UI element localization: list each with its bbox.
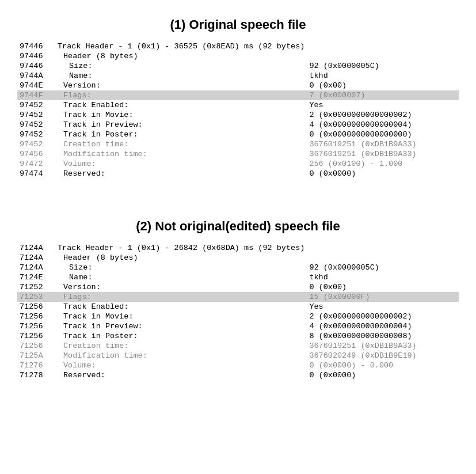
table-row: 97474Reserved:0 (0x0000) [17, 169, 459, 179]
table-row: 9744EVersion:0 (0x00) [17, 81, 459, 90]
value-cell: 2 (0x0000000000000002) [307, 110, 459, 120]
value-cell [307, 243, 459, 253]
label-cell: Size: [58, 61, 307, 71]
value-cell: 0 (0x00) [307, 282, 459, 292]
address-cell: 71256 [17, 321, 58, 331]
label-cell: Track in Preview: [58, 120, 307, 130]
value-cell: 256 (0x0100) - 1.000 [307, 159, 459, 169]
table-row: 97456Modification time:3676019251 (0xDB1… [17, 149, 459, 159]
table-row: 71276Volume:0 (0x0000) - 0.000 [17, 361, 459, 370]
label-cell: Header (8 bytes) [58, 51, 307, 61]
address-cell: 97446 [17, 61, 58, 71]
address-cell: 7124A [17, 243, 58, 253]
label-cell: Creation time: [58, 139, 307, 149]
address-cell: 7125A [17, 351, 58, 361]
value-cell [307, 41, 459, 51]
label-cell: Creation time: [58, 341, 307, 351]
table-row: 71256Track Enabled:Yes [17, 302, 459, 312]
table-row: 97452Track in Poster:0 (0x00000000000000… [17, 130, 459, 139]
label-cell: Reserved: [58, 370, 307, 380]
table-row: 7124AHeader (8 bytes) [17, 253, 459, 263]
value-cell: 0 (0x0000000000000000) [307, 130, 459, 139]
address-cell: 97446 [17, 51, 58, 61]
label-cell: Track in Poster: [58, 331, 307, 341]
address-cell: 97452 [17, 100, 58, 110]
table-row: 97472Volume:256 (0x0100) - 1.000 [17, 159, 459, 169]
address-cell: 7124E [17, 272, 58, 282]
section1-title: (1) Original speech file [17, 17, 459, 32]
table-row: 97446Header (8 bytes) [17, 51, 459, 61]
address-cell: 71256 [17, 302, 58, 312]
value-cell: 3676020249 (0xDB1B9E19) [307, 351, 459, 361]
label-cell: Track Enabled: [58, 302, 307, 312]
table-row: 71256Creation time:3676019251 (0xDB1B9A3… [17, 341, 459, 351]
label-cell: Name: [58, 272, 307, 282]
label-cell: Track Header - 1 (0x1) - 26842 (0x68DA) … [58, 243, 307, 253]
value-cell: 3676019251 (0xDB1B9A33) [307, 139, 459, 149]
table-row: 9744FFlags:7 (0x000007) [17, 90, 459, 100]
table-row: 71256Track in Movie:2 (0x000000000000000… [17, 312, 459, 321]
label-cell: Flags: [58, 292, 307, 302]
value-cell: 3676019251 (0xDB1B9A33) [307, 149, 459, 159]
address-cell: 97474 [17, 169, 58, 179]
address-cell: 71256 [17, 341, 58, 351]
table-row: 7124EName:tkhd [17, 272, 459, 282]
table-row: 97452Track Enabled:Yes [17, 100, 459, 110]
label-cell: Track in Poster: [58, 130, 307, 139]
value-cell: 3676019251 (0xDB1B9A33) [307, 341, 459, 351]
value-cell: 0 (0x00) [307, 81, 459, 90]
table-row: 7124ASize:92 (0x0000005C) [17, 263, 459, 272]
address-cell: 97452 [17, 120, 58, 130]
table-row: 97446Size:92 (0x0000005C) [17, 61, 459, 71]
address-cell: 97452 [17, 110, 58, 120]
table-row: 71252Version:0 (0x00) [17, 282, 459, 292]
label-cell: Modification time: [58, 149, 307, 159]
address-cell: 9744E [17, 81, 58, 90]
value-cell: 0 (0x0000) - 0.000 [307, 361, 459, 370]
value-cell: Yes [307, 302, 459, 312]
value-cell: 0 (0x0000) [307, 169, 459, 179]
value-cell: 4 (0x0000000000000004) [307, 120, 459, 130]
value-cell: 4 (0x0000000000000004) [307, 321, 459, 331]
table-row: 97452Track in Movie:2 (0x000000000000000… [17, 110, 459, 120]
table-row: 71278Reserved:0 (0x0000) [17, 370, 459, 380]
table-row: 9744AName:tkhd [17, 71, 459, 81]
value-cell: 92 (0x0000005C) [307, 61, 459, 71]
address-cell: 9744F [17, 90, 58, 100]
address-cell: 97452 [17, 139, 58, 149]
section2-table: 7124ATrack Header - 1 (0x1) - 26842 (0x6… [17, 243, 459, 380]
address-cell: 71252 [17, 282, 58, 292]
label-cell: Version: [58, 81, 307, 90]
label-cell: Modification time: [58, 351, 307, 361]
address-cell: 71278 [17, 370, 58, 380]
label-cell: Name: [58, 71, 307, 81]
label-cell: Track in Preview: [58, 321, 307, 331]
value-cell [307, 51, 459, 61]
address-cell: 71256 [17, 331, 58, 341]
table-row: 71256Track in Preview:4 (0x0000000000000… [17, 321, 459, 331]
label-cell: Track in Movie: [58, 110, 307, 120]
section1-table: 97446Track Header - 1 (0x1) - 36525 (0x8… [17, 41, 459, 179]
table-row: 71253Flags:15 (0x00000F) [17, 292, 459, 302]
value-cell: 15 (0x00000F) [307, 292, 459, 302]
value-cell: 2 (0x0000000000000002) [307, 312, 459, 321]
table-row: 7124ATrack Header - 1 (0x1) - 26842 (0x6… [17, 243, 459, 253]
address-cell: 97452 [17, 130, 58, 139]
label-cell: Volume: [58, 159, 307, 169]
section2-title: (2) Not original(edited) speech file [17, 219, 459, 234]
address-cell: 7124A [17, 253, 58, 263]
table-row: 97452Creation time:3676019251 (0xDB1B9A3… [17, 139, 459, 149]
address-cell: 71276 [17, 361, 58, 370]
address-cell: 71253 [17, 292, 58, 302]
value-cell [307, 253, 459, 263]
address-cell: 97446 [17, 41, 58, 51]
value-cell: 92 (0x0000005C) [307, 263, 459, 272]
label-cell: Version: [58, 282, 307, 292]
address-cell: 7124A [17, 263, 58, 272]
value-cell: Yes [307, 100, 459, 110]
value-cell: 0 (0x0000) [307, 370, 459, 380]
value-cell: tkhd [307, 71, 459, 81]
address-cell: 71256 [17, 312, 58, 321]
label-cell: Header (8 bytes) [58, 253, 307, 263]
label-cell: Volume: [58, 361, 307, 370]
